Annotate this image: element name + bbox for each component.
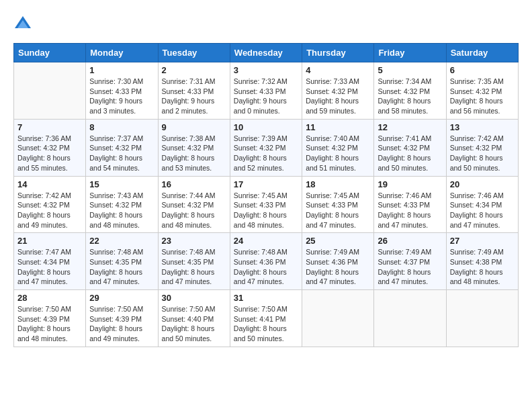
calendar-cell: 8Sunrise: 7:37 AMSunset: 4:32 PMDaylight… (86, 119, 158, 176)
day-number: 30 (162, 293, 226, 303)
day-number: 16 (162, 179, 226, 189)
calendar-table: SundayMondayTuesdayWednesdayThursdayFrid… (13, 43, 519, 347)
day-number: 22 (89, 236, 154, 246)
day-number: 17 (234, 179, 298, 189)
weekday-header: Friday (374, 44, 446, 62)
day-number: 18 (306, 179, 370, 189)
calendar-cell (446, 290, 518, 347)
calendar-week-row: 21Sunrise: 7:47 AMSunset: 4:34 PMDayligh… (14, 233, 519, 290)
weekday-header: Sunday (14, 44, 86, 62)
day-number: 5 (378, 65, 442, 75)
day-info: Sunrise: 7:48 AMSunset: 4:36 PMDaylight:… (234, 247, 298, 287)
day-info: Sunrise: 7:49 AMSunset: 4:38 PMDaylight:… (450, 247, 515, 287)
day-info: Sunrise: 7:45 AMSunset: 4:33 PMDaylight:… (306, 191, 370, 230)
calendar-cell: 18Sunrise: 7:45 AMSunset: 4:33 PMDayligh… (302, 176, 374, 233)
calendar-cell: 21Sunrise: 7:47 AMSunset: 4:34 PMDayligh… (14, 233, 86, 290)
calendar-cell: 15Sunrise: 7:43 AMSunset: 4:32 PMDayligh… (86, 176, 158, 233)
day-info: Sunrise: 7:34 AMSunset: 4:32 PMDaylight:… (378, 77, 442, 116)
day-info: Sunrise: 7:45 AMSunset: 4:33 PMDaylight:… (234, 191, 298, 230)
day-number: 15 (89, 179, 154, 189)
day-info: Sunrise: 7:50 AMSunset: 4:39 PMDaylight:… (17, 304, 82, 344)
day-info: Sunrise: 7:32 AMSunset: 4:33 PMDaylight:… (234, 77, 298, 116)
day-number: 31 (234, 293, 298, 303)
calendar-cell: 6Sunrise: 7:35 AMSunset: 4:32 PMDaylight… (446, 62, 518, 120)
calendar-cell: 4Sunrise: 7:33 AMSunset: 4:32 PMDaylight… (302, 62, 374, 120)
calendar-cell: 24Sunrise: 7:48 AMSunset: 4:36 PMDayligh… (230, 233, 302, 290)
day-number: 2 (162, 65, 226, 75)
weekday-header: Saturday (446, 44, 518, 62)
day-info: Sunrise: 7:37 AMSunset: 4:32 PMDaylight:… (89, 134, 154, 173)
day-number: 12 (378, 122, 442, 132)
day-number: 27 (450, 236, 515, 246)
calendar-cell: 7Sunrise: 7:36 AMSunset: 4:32 PMDaylight… (14, 119, 86, 176)
day-info: Sunrise: 7:38 AMSunset: 4:32 PMDaylight:… (162, 134, 226, 173)
calendar-cell: 3Sunrise: 7:32 AMSunset: 4:33 PMDaylight… (230, 62, 302, 120)
calendar-cell: 28Sunrise: 7:50 AMSunset: 4:39 PMDayligh… (14, 290, 86, 347)
day-number: 10 (234, 122, 298, 132)
calendar-week-row: 7Sunrise: 7:36 AMSunset: 4:32 PMDaylight… (14, 119, 519, 176)
day-number: 28 (17, 293, 82, 303)
day-info: Sunrise: 7:31 AMSunset: 4:33 PMDaylight:… (162, 77, 226, 116)
weekday-header: Tuesday (158, 44, 230, 62)
logo-icon (13, 13, 32, 32)
day-number: 13 (450, 122, 515, 132)
day-number: 8 (89, 122, 154, 132)
day-number: 26 (378, 236, 442, 246)
calendar-cell: 30Sunrise: 7:50 AMSunset: 4:40 PMDayligh… (158, 290, 230, 347)
day-info: Sunrise: 7:43 AMSunset: 4:32 PMDaylight:… (89, 191, 154, 230)
calendar-cell (302, 290, 374, 347)
calendar-cell: 17Sunrise: 7:45 AMSunset: 4:33 PMDayligh… (230, 176, 302, 233)
weekday-header: Wednesday (230, 44, 302, 62)
calendar-cell: 23Sunrise: 7:48 AMSunset: 4:35 PMDayligh… (158, 233, 230, 290)
day-number: 29 (89, 293, 154, 303)
day-info: Sunrise: 7:47 AMSunset: 4:34 PMDaylight:… (17, 247, 82, 287)
calendar-cell: 10Sunrise: 7:39 AMSunset: 4:32 PMDayligh… (230, 119, 302, 176)
day-number: 21 (17, 236, 82, 246)
page-header (13, 13, 519, 32)
day-info: Sunrise: 7:41 AMSunset: 4:32 PMDaylight:… (378, 134, 442, 173)
day-info: Sunrise: 7:48 AMSunset: 4:35 PMDaylight:… (162, 247, 226, 287)
day-number: 20 (450, 179, 515, 189)
calendar-cell: 1Sunrise: 7:30 AMSunset: 4:33 PMDaylight… (86, 62, 158, 120)
day-number: 6 (450, 65, 515, 75)
day-info: Sunrise: 7:50 AMSunset: 4:40 PMDaylight:… (162, 304, 226, 344)
calendar-cell: 19Sunrise: 7:46 AMSunset: 4:33 PMDayligh… (374, 176, 446, 233)
day-info: Sunrise: 7:42 AMSunset: 4:32 PMDaylight:… (17, 191, 82, 230)
day-info: Sunrise: 7:46 AMSunset: 4:33 PMDaylight:… (378, 191, 442, 230)
day-info: Sunrise: 7:49 AMSunset: 4:37 PMDaylight:… (378, 247, 442, 287)
calendar-cell (14, 62, 86, 120)
calendar-week-row: 14Sunrise: 7:42 AMSunset: 4:32 PMDayligh… (14, 176, 519, 233)
day-number: 9 (162, 122, 226, 132)
day-number: 1 (89, 65, 154, 75)
day-info: Sunrise: 7:42 AMSunset: 4:32 PMDaylight:… (450, 134, 515, 173)
calendar-cell: 12Sunrise: 7:41 AMSunset: 4:32 PMDayligh… (374, 119, 446, 176)
day-info: Sunrise: 7:36 AMSunset: 4:32 PMDaylight:… (17, 134, 82, 173)
calendar-header-row: SundayMondayTuesdayWednesdayThursdayFrid… (14, 44, 519, 62)
day-number: 19 (378, 179, 442, 189)
weekday-header: Monday (86, 44, 158, 62)
calendar-cell: 11Sunrise: 7:40 AMSunset: 4:32 PMDayligh… (302, 119, 374, 176)
weekday-header: Thursday (302, 44, 374, 62)
calendar-cell (374, 290, 446, 347)
calendar-week-row: 1Sunrise: 7:30 AMSunset: 4:33 PMDaylight… (14, 62, 519, 120)
day-number: 14 (17, 179, 82, 189)
calendar-cell: 26Sunrise: 7:49 AMSunset: 4:37 PMDayligh… (374, 233, 446, 290)
day-number: 3 (234, 65, 298, 75)
day-number: 24 (234, 236, 298, 246)
day-info: Sunrise: 7:46 AMSunset: 4:34 PMDaylight:… (450, 191, 515, 230)
calendar-cell: 31Sunrise: 7:50 AMSunset: 4:41 PMDayligh… (230, 290, 302, 347)
calendar-cell: 22Sunrise: 7:48 AMSunset: 4:35 PMDayligh… (86, 233, 158, 290)
day-number: 11 (306, 122, 370, 132)
day-info: Sunrise: 7:39 AMSunset: 4:32 PMDaylight:… (234, 134, 298, 173)
day-info: Sunrise: 7:40 AMSunset: 4:32 PMDaylight:… (306, 134, 370, 173)
calendar-cell: 25Sunrise: 7:49 AMSunset: 4:36 PMDayligh… (302, 233, 374, 290)
calendar-cell: 29Sunrise: 7:50 AMSunset: 4:39 PMDayligh… (86, 290, 158, 347)
day-info: Sunrise: 7:44 AMSunset: 4:32 PMDaylight:… (162, 191, 226, 230)
calendar-week-row: 28Sunrise: 7:50 AMSunset: 4:39 PMDayligh… (14, 290, 519, 347)
calendar-cell: 2Sunrise: 7:31 AMSunset: 4:33 PMDaylight… (158, 62, 230, 120)
calendar-cell: 13Sunrise: 7:42 AMSunset: 4:32 PMDayligh… (446, 119, 518, 176)
day-number: 23 (162, 236, 226, 246)
calendar-cell: 14Sunrise: 7:42 AMSunset: 4:32 PMDayligh… (14, 176, 86, 233)
calendar-cell: 16Sunrise: 7:44 AMSunset: 4:32 PMDayligh… (158, 176, 230, 233)
day-info: Sunrise: 7:35 AMSunset: 4:32 PMDaylight:… (450, 77, 515, 116)
